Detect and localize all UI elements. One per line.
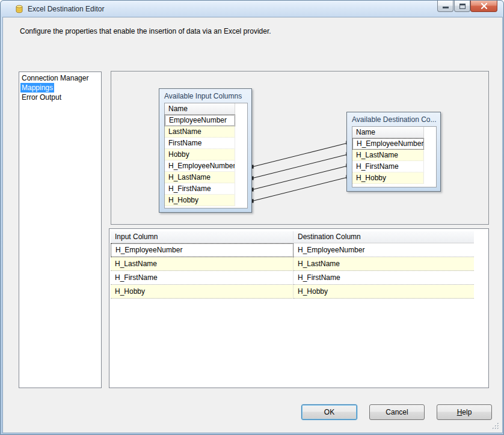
- input-column-row[interactable]: H_FirstName: [165, 183, 235, 195]
- sidebar-item-error-output[interactable]: Error Output: [20, 93, 101, 102]
- destination-grid-header: Name: [352, 127, 424, 138]
- destination-column-cell[interactable]: H_FirstName: [293, 271, 474, 285]
- window-title: Excel Destination Editor: [28, 5, 104, 13]
- available-destination-columns-box: Available Destination Co... Name H_Emplo…: [346, 112, 441, 192]
- input-column-row[interactable]: FirstName: [165, 138, 235, 149]
- excel-destination-editor-dialog: Excel Destination Editor Configure the p…: [0, 0, 504, 435]
- destination-column-cell[interactable]: H_LastName: [293, 257, 474, 271]
- destination-column-row[interactable]: H_LastName: [352, 150, 424, 161]
- ok-button[interactable]: OK: [301, 404, 357, 420]
- input-column-row[interactable]: LastName: [165, 126, 235, 138]
- destination-column-cell[interactable]: H_Hobby: [293, 285, 474, 299]
- destination-box-title: Available Destination Co...: [352, 115, 437, 124]
- maximize-button[interactable]: [454, 1, 470, 12]
- destination-column-header: Destination Column: [293, 231, 474, 243]
- sidebar-item-connection-manager[interactable]: Connection Manager: [20, 73, 101, 83]
- dialog-description: Configure the properties that enable the…: [20, 27, 271, 35]
- dialog-client-area: Configure the properties that enable the…: [2, 17, 503, 433]
- input-grid-header: Name: [165, 103, 235, 115]
- input-column-row[interactable]: H_LastName: [165, 172, 235, 183]
- input-box-title: Available Input Columns: [164, 92, 242, 100]
- mapping-grid-header-row: Input Column Destination Column: [111, 231, 474, 243]
- minimize-button[interactable]: [437, 1, 453, 12]
- close-button[interactable]: [470, 1, 497, 12]
- pages-listbox[interactable]: Connection Manager Mappings Error Output: [19, 71, 102, 388]
- mapping-table-panel: Input Column Destination Column H_Employ…: [109, 228, 489, 388]
- table-row: H_EmployeeNumber H_EmployeeNumber: [111, 243, 474, 257]
- available-input-columns-box: Available Input Columns Name EmployeeNum…: [159, 88, 252, 213]
- cancel-button[interactable]: Cancel: [369, 404, 425, 420]
- input-column-row[interactable]: H_EmployeeNumber: [165, 160, 235, 172]
- sidebar-item-mappings[interactable]: Mappings: [20, 83, 101, 93]
- minimize-icon: [443, 7, 449, 8]
- excel-destination-icon: [14, 4, 24, 14]
- maximize-icon: [459, 4, 466, 9]
- table-row: H_FirstName H_FirstName: [111, 271, 474, 285]
- destination-column-cell[interactable]: H_EmployeeNumber: [293, 243, 474, 257]
- input-column-row[interactable]: H_Hobby: [165, 195, 235, 206]
- input-column-row[interactable]: EmployeeNumber: [165, 115, 235, 126]
- mapping-grid: Input Column Destination Column H_Employ…: [111, 231, 474, 299]
- input-column-cell[interactable]: H_Hobby: [111, 285, 293, 299]
- table-row: H_LastName H_LastName: [111, 257, 474, 271]
- input-column-row[interactable]: Hobby: [165, 149, 235, 160]
- input-column-cell[interactable]: H_LastName: [111, 257, 293, 271]
- destination-column-row[interactable]: H_Hobby: [352, 172, 424, 184]
- close-icon: [481, 2, 488, 10]
- resize-grip[interactable]: [492, 422, 500, 430]
- destination-column-row[interactable]: H_FirstName: [352, 161, 424, 172]
- help-button[interactable]: Help: [437, 404, 492, 420]
- input-column-cell[interactable]: H_EmployeeNumber: [111, 243, 293, 257]
- mapping-diagram-panel: Available Input Columns Name EmployeeNum…: [111, 71, 489, 225]
- input-columns-grid: Name EmployeeNumber LastName FirstName H…: [164, 103, 248, 208]
- title-bar[interactable]: Excel Destination Editor: [1, 1, 503, 17]
- destination-columns-grid: Name H_EmployeeNumber H_LastName H_First…: [352, 126, 437, 187]
- input-column-cell[interactable]: H_FirstName: [111, 271, 293, 285]
- input-column-header: Input Column: [111, 231, 293, 243]
- table-row: H_Hobby H_Hobby: [111, 285, 474, 299]
- destination-column-row[interactable]: H_EmployeeNumber: [352, 138, 424, 150]
